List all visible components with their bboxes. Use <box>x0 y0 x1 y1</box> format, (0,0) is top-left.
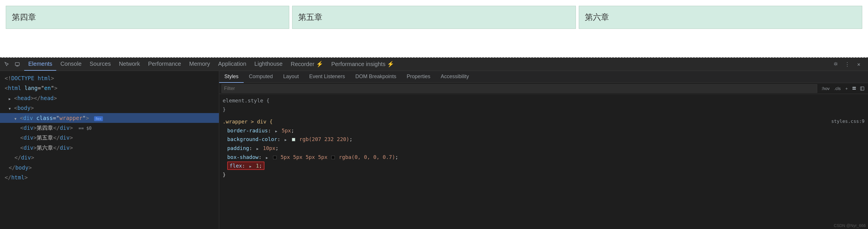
close-devtools-icon[interactable]: ✕ <box>854 60 863 69</box>
svg-rect-3 <box>852 89 856 90</box>
wrapper-div-rule: styles.css:9 .wrapper > div { border-rad… <box>223 118 865 179</box>
tab-lighthouse[interactable]: Lighthouse <box>250 58 287 71</box>
filter-bar: :hov .cls + <box>219 83 868 94</box>
flex-property: flex: ▶ 1; <box>227 162 265 170</box>
dom-panel: <!DOCTYPE html> <html lang="en"> ▶ <head… <box>0 71 219 229</box>
tab-sources[interactable]: Sources <box>86 58 115 71</box>
tab-properties[interactable]: Properties <box>401 71 435 83</box>
body-close-line: </body> <box>0 163 219 172</box>
devtools-panel: Elements Console Sources Network Perform… <box>0 58 868 229</box>
svg-rect-1 <box>17 66 18 66</box>
devtools-tabs: Elements Console Sources Network Perform… <box>24 58 831 71</box>
tab-elements[interactable]: Elements <box>24 58 56 71</box>
background-color-swatch[interactable] <box>292 138 295 141</box>
tab-console[interactable]: Console <box>56 58 85 71</box>
css-source: styles.css:9 <box>831 118 865 125</box>
tab-styles[interactable]: Styles <box>219 71 244 83</box>
tab-network[interactable]: Network <box>115 58 144 71</box>
div-chapter2-line[interactable]: <div>第五章</div> <box>0 133 219 142</box>
tab-recorder[interactable]: Recorder ⚡ <box>287 58 327 71</box>
tab-dom-breakpoints[interactable]: DOM Breakpoints <box>350 71 401 83</box>
tab-recorder-label: Recorder ⚡ <box>291 61 323 67</box>
tab-performance[interactable]: Performance <box>144 58 185 71</box>
styles-tabs: Styles Computed Layout Event Listeners D… <box>219 71 868 83</box>
chapter-box-2: 第五章 <box>292 6 576 29</box>
browser-preview: 第四章 第五章 第六章 <box>0 0 868 58</box>
box-shadow-rgba-swatch[interactable] <box>331 156 335 159</box>
tab-accessibility[interactable]: Accessibility <box>435 71 474 83</box>
watermark: CSDN @Nyr_666 <box>834 223 866 228</box>
wrapper-line[interactable]: ▼ <div class="wrapper"> flex <box>0 113 219 123</box>
div-chapter1-line[interactable]: <div>第四章</div> == $0 <box>0 123 219 133</box>
hov-button[interactable]: :hov <box>819 85 831 92</box>
html-line[interactable]: <html lang="en"> <box>0 83 219 93</box>
element-style-rule: element.style { } <box>223 96 865 114</box>
svg-rect-0 <box>15 63 19 65</box>
doctype-line: <!DOCTYPE html> <box>0 73 219 83</box>
devtools-content: <!DOCTYPE html> <html lang="en"> ▶ <head… <box>0 71 868 229</box>
chapter-box-1: 第四章 <box>6 6 289 29</box>
styles-panel: Styles Computed Layout Event Listeners D… <box>219 71 868 229</box>
add-rule-button[interactable]: + <box>843 85 849 92</box>
more-options-icon[interactable]: ⋮ <box>843 60 852 69</box>
head-line[interactable]: ▶ <head> ​ </head> <box>0 93 219 103</box>
wrapper-close-line: </div> <box>0 153 219 162</box>
expand-styles-icon[interactable] <box>859 85 866 92</box>
computed-styles-icon[interactable] <box>851 85 858 92</box>
element-picker-icon[interactable] <box>2 60 11 69</box>
svg-rect-2 <box>852 87 856 88</box>
settings-icon[interactable] <box>831 60 840 69</box>
div-chapter3-line[interactable]: <div>第六章</div> <box>0 143 219 153</box>
tab-memory[interactable]: Memory <box>185 58 214 71</box>
body-open-line[interactable]: ▼ <body> <box>0 103 219 113</box>
tab-layout[interactable]: Layout <box>278 71 304 83</box>
cls-button[interactable]: .cls <box>833 85 843 92</box>
html-close-line: </html> <box>0 172 219 182</box>
tab-application[interactable]: Application <box>214 58 250 71</box>
tab-computed[interactable]: Computed <box>244 71 278 83</box>
toolbar-icons <box>2 60 22 69</box>
device-toggle-icon[interactable] <box>13 60 22 69</box>
devtools-toolbar: Elements Console Sources Network Perform… <box>0 58 868 71</box>
tab-performance-insights[interactable]: Performance insights ⚡ <box>327 58 398 71</box>
chapter-box-3: 第六章 <box>579 6 862 29</box>
tab-event-listeners[interactable]: Event Listeners <box>304 71 350 83</box>
svg-rect-4 <box>861 87 864 90</box>
tab-performance-insights-label: Performance insights ⚡ <box>331 61 394 67</box>
toolbar-right-icons: ⋮ ✕ <box>831 60 866 69</box>
styles-content: element.style { } styles.css:9 .wrapper … <box>219 94 868 229</box>
filter-right-buttons: :hov .cls + <box>819 85 866 92</box>
filter-input[interactable] <box>221 84 817 93</box>
box-shadow-swatch[interactable] <box>273 156 277 159</box>
